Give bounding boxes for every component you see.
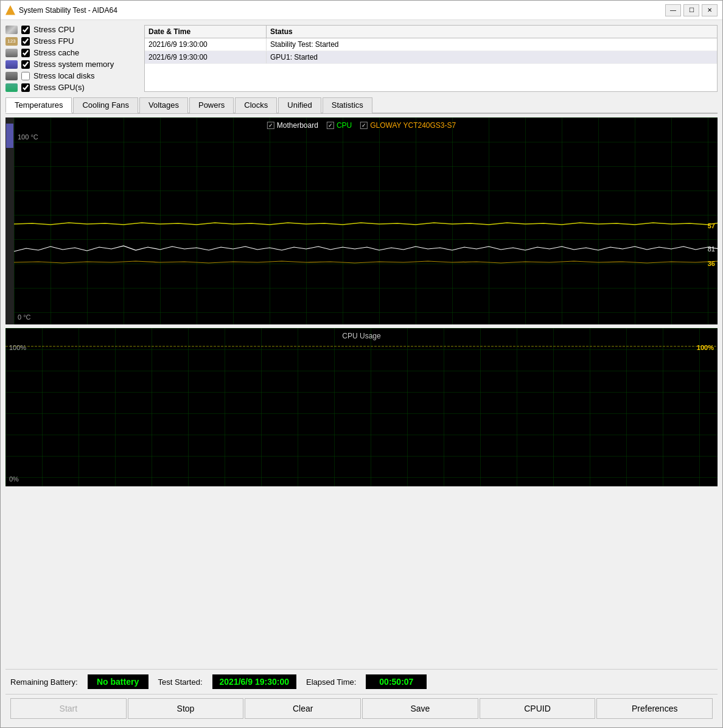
remaining-battery-value: No battery: [88, 674, 148, 689]
gpu-icon: [5, 83, 18, 92]
stress-cpu-item: Stress CPU: [5, 25, 139, 34]
cpu-icon: [5, 26, 18, 34]
log-col-status-header: Status: [267, 26, 717, 38]
legend-mb-label: Motherboard: [277, 121, 318, 130]
log-row-2-time: 2021/6/9 19:30:00: [145, 51, 267, 63]
temp-chart-svg: [14, 117, 718, 324]
charts-area: Motherboard CPU GLOWAY YCT240GS3-S7 100 …: [5, 117, 718, 669]
stress-fpu-item: 123 Stress FPU: [5, 37, 139, 46]
log-table: Date & Time Status 2021/6/9 19:30:00 Sta…: [144, 25, 718, 92]
legend-motherboard: Motherboard: [267, 121, 318, 130]
legend-cpu-label: CPU: [337, 121, 352, 130]
log-row-2-status: GPU1: Started: [267, 51, 717, 63]
main-window: System Stability Test - AIDA64 — ☐ ✕ Str…: [0, 0, 723, 728]
remaining-battery-label: Remaining Battery:: [10, 677, 78, 687]
cpu-y-min: 0%: [9, 475, 19, 483]
save-button[interactable]: Save: [362, 698, 478, 719]
stress-memory-item: Stress system memory: [5, 60, 139, 69]
cpu-y-max: 100%: [9, 344, 26, 351]
temperature-chart: Motherboard CPU GLOWAY YCT240GS3-S7 100 …: [5, 117, 718, 324]
temp-y-min: 0 °C: [18, 313, 31, 321]
log-col-time-header: Date & Time: [145, 26, 267, 38]
content-area: Stress CPU 123 Stress FPU Stress cache S…: [1, 20, 722, 727]
cpu-chart-svg: [5, 328, 718, 486]
stress-gpu-label: Stress GPU(s): [33, 83, 85, 92]
maximize-button[interactable]: ☐: [683, 4, 699, 16]
stress-fpu-checkbox[interactable]: [21, 37, 30, 46]
chart-scrollbar[interactable]: [5, 117, 14, 324]
log-row-1-time: 2021/6/9 19:30:00: [145, 38, 267, 51]
temp-val-36: 36: [708, 260, 715, 267]
stress-cpu-checkbox[interactable]: [21, 26, 30, 34]
cache-icon: [5, 49, 18, 57]
cpuid-button[interactable]: CPUID: [480, 698, 596, 719]
log-row-1-status: Stability Test: Started: [267, 38, 717, 51]
cpu-val-100pct: 100%: [697, 344, 714, 351]
start-button[interactable]: Start: [10, 698, 127, 719]
memory-icon: [5, 60, 18, 69]
stress-memory-checkbox[interactable]: [21, 60, 30, 69]
stop-button[interactable]: Stop: [128, 698, 244, 719]
elapsed-time-label: Elapsed Time:: [306, 677, 356, 687]
tab-statistics[interactable]: Statistics: [323, 97, 372, 113]
elapsed-time-value: 00:50:07: [366, 674, 427, 689]
tab-powers[interactable]: Powers: [189, 97, 234, 113]
stress-cpu-label: Stress CPU: [33, 25, 75, 34]
legend-cpu: CPU: [327, 121, 352, 130]
tab-bar: Temperatures Cooling Fans Voltages Power…: [5, 97, 718, 114]
svg-rect-7: [5, 328, 718, 486]
tab-clocks[interactable]: Clocks: [235, 97, 277, 113]
stress-cache-label: Stress cache: [33, 48, 79, 57]
title-bar: System Stability Test - AIDA64 — ☐ ✕: [1, 1, 722, 20]
legend-gpu-label: GLOWAY YCT240GS3-S7: [370, 121, 456, 130]
title-bar-controls: — ☐ ✕: [665, 4, 718, 16]
status-bar: Remaining Battery: No battery Test Start…: [5, 669, 718, 694]
flame-icon: [5, 5, 15, 15]
stress-memory-label: Stress system memory: [33, 60, 114, 69]
temp-val-57: 57: [708, 222, 715, 229]
stress-fpu-label: Stress FPU: [33, 37, 74, 46]
legend-mb-checkbox[interactable]: [267, 122, 274, 129]
stress-cache-checkbox[interactable]: [21, 49, 30, 57]
tab-cooling-fans[interactable]: Cooling Fans: [73, 97, 138, 113]
legend-gpu: GLOWAY YCT240GS3-S7: [360, 121, 456, 130]
temp-y-max: 100 °C: [18, 133, 38, 141]
scroll-thumb[interactable]: [6, 124, 13, 148]
cpu-chart-title: CPU Usage: [342, 332, 380, 340]
test-started-value: 2021/6/9 19:30:00: [212, 674, 296, 689]
top-section: Stress CPU 123 Stress FPU Stress cache S…: [5, 25, 718, 92]
stress-cache-item: Stress cache: [5, 48, 139, 57]
cpu-usage-chart: CPU Usage 100% 0% 100%: [5, 328, 718, 486]
log-row-2: 2021/6/9 19:30:00 GPU1: Started: [145, 51, 717, 64]
minimize-button[interactable]: —: [665, 4, 681, 16]
legend-cpu-checkbox[interactable]: [327, 122, 334, 129]
test-started-label: Test Started:: [158, 677, 203, 687]
fpu-icon: 123: [5, 37, 18, 46]
close-button[interactable]: ✕: [702, 4, 718, 16]
disk-icon: [5, 72, 18, 80]
stress-options: Stress CPU 123 Stress FPU Stress cache S…: [5, 25, 139, 92]
svg-rect-3: [14, 117, 718, 324]
clear-button[interactable]: Clear: [245, 698, 361, 719]
tab-temperatures[interactable]: Temperatures: [5, 97, 72, 113]
temp-val-81: 81: [708, 245, 715, 253]
tabs-container: Temperatures Cooling Fans Voltages Power…: [5, 97, 718, 114]
temp-chart-legend: Motherboard CPU GLOWAY YCT240GS3-S7: [267, 121, 456, 130]
stress-disks-label: Stress local disks: [33, 71, 94, 80]
stress-disks-checkbox[interactable]: [21, 72, 30, 80]
tab-voltages[interactable]: Voltages: [139, 97, 188, 113]
window-title: System Stability Test - AIDA64: [19, 6, 665, 15]
stress-gpu-item: Stress GPU(s): [5, 83, 139, 92]
legend-gpu-checkbox[interactable]: [360, 122, 368, 129]
stress-gpu-checkbox[interactable]: [21, 83, 30, 92]
bottom-buttons: Start Stop Clear Save CPUID Preferences: [5, 694, 718, 723]
log-row-1: 2021/6/9 19:30:00 Stability Test: Starte…: [145, 38, 717, 51]
tab-unified[interactable]: Unified: [278, 97, 321, 113]
stress-disks-item: Stress local disks: [5, 71, 139, 80]
log-table-header: Date & Time Status: [145, 26, 717, 38]
preferences-button[interactable]: Preferences: [596, 698, 713, 719]
